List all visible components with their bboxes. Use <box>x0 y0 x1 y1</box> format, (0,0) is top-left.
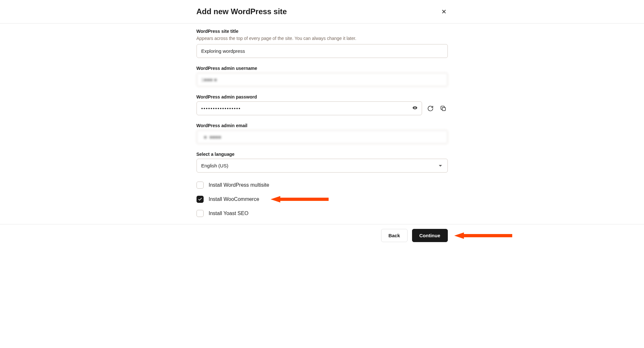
field-site-title: WordPress site title Appears across the … <box>197 29 448 58</box>
site-title-hint: Appears across the top of every page of … <box>197 36 448 41</box>
show-password-button[interactable] <box>412 105 418 112</box>
check-icon <box>198 197 202 202</box>
close-icon <box>441 9 447 14</box>
site-title-label: WordPress site title <box>197 29 448 34</box>
site-title-input[interactable] <box>197 44 448 58</box>
yoast-checkbox[interactable] <box>197 210 204 217</box>
checkbox-row-woocommerce: Install WooCommerce <box>197 196 448 203</box>
admin-email-input[interactable] <box>197 130 448 144</box>
copy-icon <box>440 105 447 112</box>
woocommerce-label[interactable]: Install WooCommerce <box>209 196 259 202</box>
modal-header: Add new WordPress site <box>0 0 644 24</box>
admin-password-input[interactable] <box>197 101 422 115</box>
continue-button[interactable]: Continue <box>412 229 448 242</box>
field-language: Select a language English (US) <box>197 152 448 173</box>
language-select[interactable]: English (US) <box>197 159 448 173</box>
admin-email-label: WordPress admin email <box>197 123 448 128</box>
checkbox-row-multisite: Install WordPress multisite <box>197 182 448 189</box>
multisite-label[interactable]: Install WordPress multisite <box>209 182 269 188</box>
form-container: WordPress site title Appears across the … <box>197 29 448 217</box>
yoast-label[interactable]: Install Yoast SEO <box>209 211 249 216</box>
modal-title: Add new WordPress site <box>197 7 287 16</box>
eye-icon <box>412 105 418 110</box>
admin-username-label: WordPress admin username <box>197 66 448 71</box>
admin-password-label: WordPress admin password <box>197 94 448 99</box>
refresh-icon <box>427 105 434 112</box>
svg-marker-4 <box>271 196 280 202</box>
field-admin-password: WordPress admin password <box>197 94 448 115</box>
field-admin-email: WordPress admin email <box>197 123 448 144</box>
modal-footer: Back Continue <box>0 224 644 247</box>
regenerate-password-button[interactable] <box>426 104 435 113</box>
svg-rect-2 <box>442 107 445 110</box>
field-admin-username: WordPress admin username <box>197 66 448 87</box>
woocommerce-checkbox[interactable] <box>197 196 204 203</box>
language-label: Select a language <box>197 152 448 157</box>
annotation-arrow-continue <box>454 232 512 240</box>
multisite-checkbox[interactable] <box>197 182 204 189</box>
annotation-arrow-woocommerce <box>271 195 329 203</box>
copy-password-button[interactable] <box>439 104 448 113</box>
close-button[interactable] <box>440 8 448 15</box>
svg-marker-6 <box>454 232 464 239</box>
back-button[interactable]: Back <box>381 229 408 242</box>
checkbox-group: Install WordPress multisite Install WooC… <box>197 182 448 217</box>
admin-username-input[interactable] <box>197 73 448 87</box>
checkbox-row-yoast: Install Yoast SEO <box>197 210 448 217</box>
